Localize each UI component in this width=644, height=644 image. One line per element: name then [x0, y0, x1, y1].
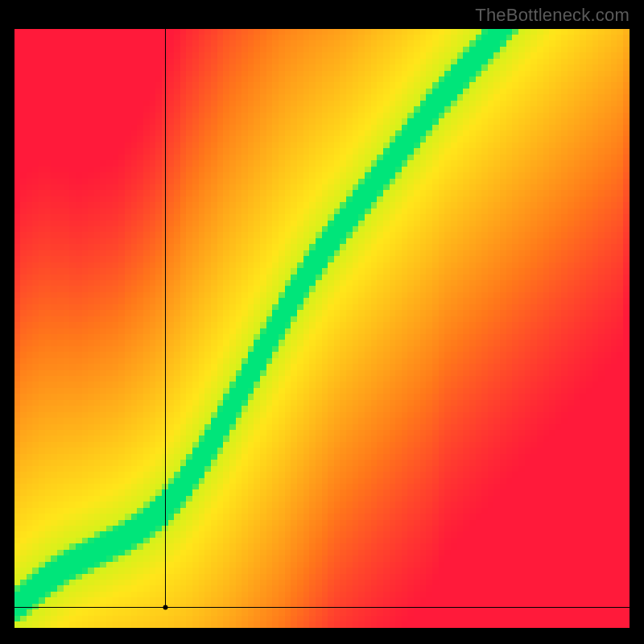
- bottleneck-heatmap: [14, 29, 630, 628]
- chart-frame: TheBottleneck.com: [0, 0, 644, 644]
- plot-area: [14, 29, 630, 628]
- watermark-text: TheBottleneck.com: [475, 5, 630, 26]
